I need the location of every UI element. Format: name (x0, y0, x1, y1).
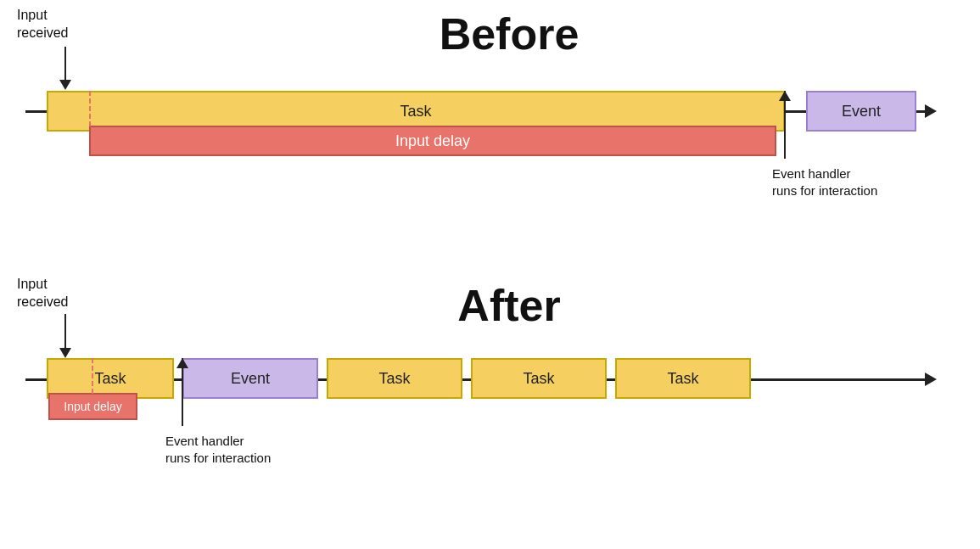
before-input-delay-block: Input delay (89, 126, 776, 156)
after-input-received-label: Input received (17, 276, 68, 311)
after-timeline-arrow (925, 373, 937, 386)
diagram-container: Before Input received Task Event Input d… (0, 0, 980, 549)
after-dotted-line (92, 358, 93, 394)
after-event-handler-line (182, 358, 183, 426)
after-task2-block: Task (327, 358, 462, 399)
after-task3-block: Task (471, 358, 607, 399)
before-event-handler-line (784, 91, 786, 159)
after-input-delay-block: Input delay (48, 393, 137, 420)
after-input-arrow-head (59, 348, 71, 358)
after-event-block: Event (182, 358, 318, 399)
before-dotted-line (89, 91, 91, 126)
after-event-handler-label: Event handler runs for interaction (165, 433, 271, 466)
after-task4-block: Task (615, 358, 751, 399)
before-title: Before (339, 8, 679, 59)
after-input-arrow-line (64, 314, 66, 350)
after-title: After (339, 280, 679, 331)
before-timeline-arrow (925, 104, 937, 118)
before-input-arrow-line (64, 47, 66, 82)
before-event-block: Event (806, 91, 916, 132)
before-input-arrow-head (59, 80, 71, 90)
before-input-received-label: Input received (17, 7, 68, 42)
before-event-handler-label: Event handler runs for interaction (772, 165, 877, 199)
before-event-handler-arrow (779, 91, 791, 101)
after-event-handler-arrow (176, 358, 188, 368)
